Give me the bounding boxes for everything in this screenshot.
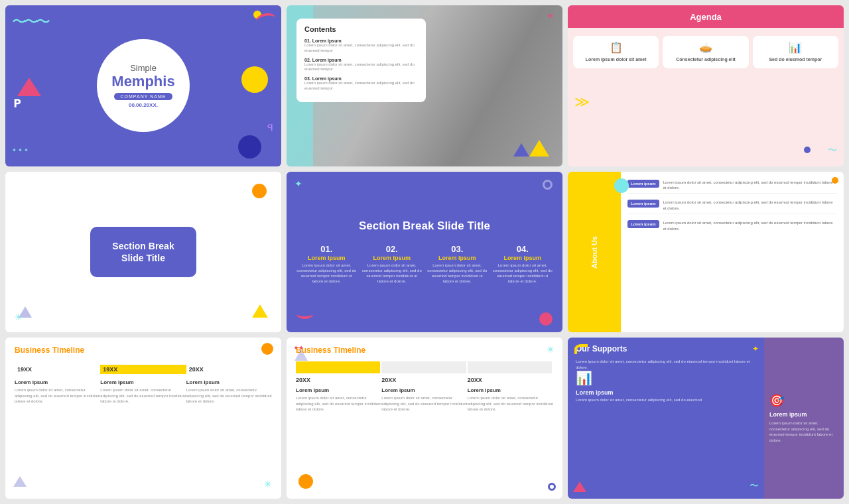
supports-title: Our Supports: [576, 344, 756, 353]
feat-num-3: 03.: [451, 244, 463, 254]
content-item-2: 02. Lorem ipsum Lorem ipsum dolor sit am…: [304, 58, 418, 73]
row-text-1: Lorem ipsum dolor sit amet, consectetur …: [663, 180, 837, 191]
content-item-1: 01. Lorem ipsum Lorem ipsum dolor sit am…: [304, 38, 418, 54]
bar-seg-white-2: [468, 361, 552, 373]
ast-tr-deco-9: ✦: [752, 344, 759, 353]
slide-timeline-2[interactable]: ✦✦ ✳ Business Timeline 20XX Lorem Ipsum …: [287, 338, 562, 499]
content-num-3: 03. Lorem ipsum: [304, 76, 418, 81]
hook-deco: ᴾ: [13, 96, 21, 118]
feature-col-2: 02. Lorem Ipsum Lorem ipsum dolor sit am…: [362, 243, 423, 284]
tl-year-2: 19XX: [100, 365, 186, 374]
slide-about[interactable]: About Us Lorem ipsum Lorem ipsum dolor s…: [568, 172, 844, 333]
about-title: About Us: [590, 236, 598, 269]
slide-title[interactable]: 〜〜〜 ᴾ Simple Memphis COMPANY NAME 00.00.…: [5, 5, 281, 166]
card-text-3: Sed do eiusmod tempor: [757, 56, 834, 63]
slide-supports[interactable]: Our Supports Lorem ipsum dolor sit amet,…: [568, 338, 844, 499]
chart-icon: 📊: [576, 370, 756, 386]
agenda-title: Agenda: [690, 12, 722, 22]
tl-heading-8-3: Lorem Ipsum: [468, 387, 553, 393]
tl-year-1: 19XX: [15, 365, 100, 374]
ast-tr-deco-8: ✳: [547, 344, 555, 355]
tl-body-1: Lorem ipsum dolor sit amet, consectetur …: [15, 387, 100, 404]
agenda-header: Agenda: [568, 5, 844, 28]
agenda-cards: 📋 Lorem ipsum dolor sit amet 🥧 Consectet…: [568, 28, 844, 76]
asterisk-tl-deco: ✦: [294, 178, 302, 189]
about-row-2: Lorem ipsum Lorem ipsum dolor sit amet, …: [627, 197, 837, 214]
biz-title-highlight-7: Timeline: [52, 346, 84, 355]
ast-deco: ✳: [15, 312, 23, 322]
agenda-card-2: 🥧 Consectetur adipiscing elit: [663, 36, 748, 68]
content-body-1: Lorem ipsum dolor sit amet, consectetur …: [304, 43, 418, 54]
blue-circle-deco: [238, 135, 261, 158]
wave-deco: 〜〜〜: [12, 12, 48, 32]
timeline-track-7: 19XX Lorem Ipsum Lorem ipsum dolor sit a…: [15, 365, 272, 404]
green-dots-deco: ✦ ✦ ✦: [12, 147, 29, 153]
feat-num-2: 02.: [386, 244, 398, 254]
slide-agenda[interactable]: ≫ Agenda 📋 Lorem ipsum dolor sit amet 🥧 …: [568, 5, 844, 166]
tl-col-8-2: 20XX Lorem Ipsum Lorem ipsum dolor sit a…: [381, 377, 467, 412]
dot-purple-deco: [804, 147, 811, 153]
purple-tri-deco: [513, 143, 529, 157]
tl-year-8-1: 20XX: [296, 377, 381, 383]
feat-label-2: Lorem Ipsum: [362, 255, 423, 261]
row-badge-1: Lorem ipsum: [627, 180, 659, 188]
agenda-card-1: 📋 Lorem ipsum dolor sit amet: [573, 36, 659, 68]
section-title: Section BreakSlide Title: [107, 240, 180, 264]
slide-timeline-1[interactable]: Business Timeline 19XX Lorem Ipsum Lorem…: [5, 338, 281, 499]
slide-section-simple[interactable]: Section BreakSlide Title ✳: [5, 172, 281, 333]
about-left-panel: About Us: [568, 172, 621, 333]
purple-hook-deco: ᴾ: [267, 121, 273, 140]
date-label: 00.00.20XX.: [129, 102, 158, 108]
card-text-2: Consectetur adipiscing elit: [667, 56, 744, 63]
row-badge-2: Lorem ipsum: [627, 200, 659, 208]
arc-bl-deco: [296, 309, 313, 319]
feat-label-1: Lorem Ipsum: [296, 255, 357, 261]
tl-body-8-3: Lorem ipsum dolor sit amet, consectetur …: [468, 395, 553, 412]
card-icon-2: 🥧: [667, 41, 744, 54]
company-badge: COMPANY NAME: [114, 93, 173, 100]
feat-label-4: Lorem Ipsum: [493, 255, 553, 261]
card-icon-1: 📋: [577, 41, 655, 54]
feat-desc-3: Lorem ipsum dolor sit amet, consectetur …: [427, 263, 488, 284]
simple-label: Simple: [130, 63, 157, 73]
teal-circle-deco: [614, 178, 629, 193]
slide-contents[interactable]: Contents 01. Lorem ipsum Lorem ipsum dol…: [287, 5, 562, 166]
card-icon-3: 📊: [757, 41, 834, 54]
tl-year-8-2: 20XX: [381, 377, 467, 383]
row-badge-3: Lorem ipsum: [627, 220, 659, 228]
orange-circle-deco: [252, 184, 267, 198]
feat-desc-1: Lorem ipsum dolor sit amet, consectetur …: [296, 263, 357, 284]
wave-deco-9: 〜: [750, 480, 759, 492]
yellow-circle-deco: [241, 66, 268, 93]
cr-br-deco-8: [548, 483, 556, 491]
title-circle: Simple Memphis COMPANY NAME 00.00.20XX.: [97, 39, 190, 132]
agenda-card-3: 📊 Sed do eiusmod tempor: [753, 36, 838, 68]
memphis-label: Memphis: [111, 73, 174, 90]
feature-col-3: 03. Lorem Ipsum Lorem ipsum dolor sit am…: [427, 243, 488, 284]
tl-body-8-1: Lorem ipsum dolor sit amet, consectetur …: [296, 395, 381, 412]
chevron-deco: ≫: [574, 94, 590, 111]
about-right-panel: Lorem ipsum Lorem ipsum dolor sit amet, …: [621, 172, 844, 333]
triangle-br-deco: [529, 140, 549, 157]
feat-label-3: Lorem Ipsum: [427, 255, 488, 261]
circle-br-deco: [539, 312, 553, 326]
teal-deco-br: 〜: [828, 145, 837, 157]
supports-right: 🎯 Lorem ipsum Lorem ipsum dolor sit amet…: [764, 338, 844, 499]
orange-bl-deco-8: [298, 474, 313, 489]
about-row-1: Lorem ipsum Lorem ipsum dolor sit amet, …: [627, 177, 837, 194]
lorem-heading-9: Lorem ipsum: [576, 389, 756, 396]
tl-col-2: 19XX Lorem Ipsum Lorem ipsum dolor sit a…: [100, 365, 186, 404]
section-box: Section BreakSlide Title: [90, 227, 196, 277]
tl-heading-2: Lorem Ipsum: [100, 379, 186, 385]
biz-title-8: Business Timeline: [296, 346, 553, 355]
tl-heading-3: Lorem Ipsum: [186, 379, 272, 385]
tl-body-2: Lorem ipsum dolor sit amet, consectetur …: [100, 387, 186, 404]
ast-br-deco-7: ✳: [264, 479, 272, 489]
slide-section-large[interactable]: ✦ Section Break Slide Title 01. Lorem Ip…: [287, 172, 562, 333]
tl-col-8-3: 20XX Lorem Ipsum Lorem ipsum dolor sit a…: [468, 377, 553, 412]
tl-body-3: Lorem ipsum dolor sit amet, consectetur …: [186, 387, 272, 404]
slide-grid: 〜〜〜 ᴾ Simple Memphis COMPANY NAME 00.00.…: [0, 0, 849, 504]
tl-cols-8: 20XX Lorem Ipsum Lorem ipsum dolor sit a…: [296, 377, 553, 412]
icon-body-9: Lorem ipsum dolor sit amet, consectetur …: [576, 397, 756, 403]
feature-col-4: 04. Lorem Ipsum Lorem ipsum dolor sit am…: [493, 243, 553, 284]
